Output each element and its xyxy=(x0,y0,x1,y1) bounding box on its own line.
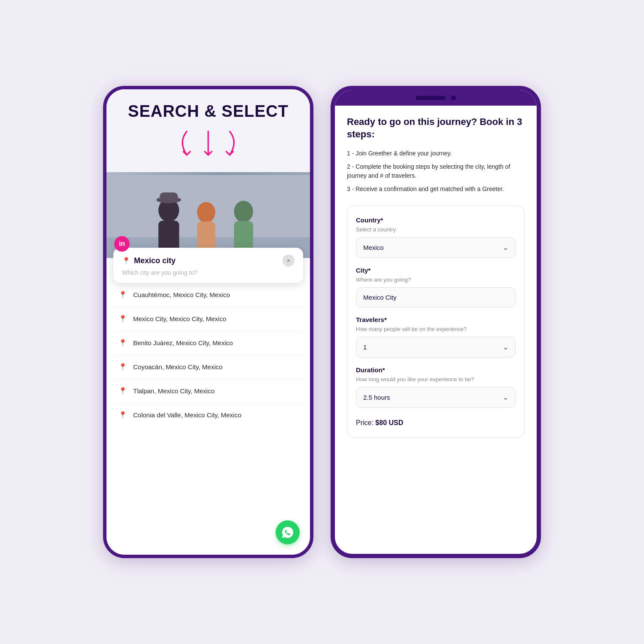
city-label: City* xyxy=(356,267,516,274)
right-phone: Ready to go on this journey? Book in 3 s… xyxy=(331,86,541,558)
notch-speaker xyxy=(416,96,446,100)
duration-sublabel: How long would you like your experience … xyxy=(356,376,516,383)
side-buttons xyxy=(539,176,541,224)
country-group: Country* Select a country Mexico ⌄ xyxy=(356,216,516,258)
pin-icon-0: 📍 xyxy=(118,291,127,299)
list-item[interactable]: 📍 Cuauhtémoc, Mexico City, Mexico xyxy=(113,283,303,307)
svg-point-4 xyxy=(197,202,216,222)
dropdown-item-text-2: Benito Juárez, Mexico City, Mexico xyxy=(133,339,233,346)
search-placeholder[interactable]: Which city are you going to? xyxy=(122,269,197,276)
duration-value: 2.5 hours xyxy=(363,394,390,401)
dropdown-item-text-3: Coyoacán, Mexico City, Mexico xyxy=(133,363,222,371)
chevron-down-icon: ⌄ xyxy=(503,243,508,252)
arrows-icon xyxy=(174,129,243,164)
price-row: Price: $80 USD xyxy=(356,416,516,427)
dropdown-item-text-0: Cuauhtémoc, Mexico City, Mexico xyxy=(133,291,230,298)
step-2: 2 - Complete the booking steps by select… xyxy=(347,162,525,180)
close-button[interactable]: × xyxy=(283,255,295,267)
chevron-down-icon-2: ⌄ xyxy=(503,343,508,351)
svg-point-6 xyxy=(234,201,253,222)
svg-rect-9 xyxy=(160,192,178,200)
search-box: 📍 Mexico city × Which city are you going… xyxy=(113,248,303,283)
duration-group: Duration* How long would you like your e… xyxy=(356,366,516,408)
dropdown-item-text-4: Tlalpan, Mexico City, Mexico xyxy=(133,387,215,395)
arrows-area xyxy=(106,125,310,172)
city-sublabel: Where are you going? xyxy=(356,276,516,283)
step-3: 3 - Receive a confirmation and get match… xyxy=(347,185,525,194)
price-value: $80 USD xyxy=(375,419,403,426)
city-group: City* Where are you going? Mexico City xyxy=(356,267,516,307)
list-item[interactable]: 📍 Coyoacán, Mexico City, Mexico xyxy=(113,355,303,379)
duration-select[interactable]: 2.5 hours ⌄ xyxy=(356,387,516,408)
country-label: Country* xyxy=(356,216,516,224)
step-1: 1 - Join Greether & define your journey. xyxy=(347,149,525,158)
right-content: Ready to go on this journey? Book in 3 s… xyxy=(335,106,537,554)
city-input[interactable]: Mexico City xyxy=(356,287,516,307)
pink-badge: in xyxy=(114,236,130,252)
travelers-sublabel: How many people will be on the experienc… xyxy=(356,326,516,332)
dropdown-item-text-1: Mexico City, Mexico City, Mexico xyxy=(133,315,226,322)
steps-list: 1 - Join Greether & define your journey.… xyxy=(347,149,525,194)
booking-form: Country* Select a country Mexico ⌄ City*… xyxy=(347,206,525,437)
country-select[interactable]: Mexico ⌄ xyxy=(356,237,516,258)
phone-notch xyxy=(335,90,537,106)
whatsapp-icon xyxy=(281,526,294,539)
dropdown-item-text-5: Colonia del Valle, Mexico City, Mexico xyxy=(133,411,241,419)
search-select-header: SEARCH & SELECT xyxy=(106,89,310,125)
list-item[interactable]: 📍 Tlalpan, Mexico City, Mexico xyxy=(113,379,303,403)
side-button-2 xyxy=(539,203,541,224)
list-item[interactable]: 📍 Benito Juárez, Mexico City, Mexico xyxy=(113,331,303,355)
photo-area: in xyxy=(106,172,310,258)
pin-icon-3: 📍 xyxy=(118,363,127,371)
whatsapp-button[interactable] xyxy=(276,520,300,544)
duration-label: Duration* xyxy=(356,366,516,374)
country-value: Mexico xyxy=(363,244,384,251)
left-phone: SEARCH & SELECT xyxy=(103,86,313,558)
travelers-value: 1 xyxy=(363,343,367,351)
price-label: Price: xyxy=(356,419,374,426)
list-item[interactable]: 📍 Colonia del Valle, Mexico City, Mexico xyxy=(113,403,303,427)
pin-icon-4: 📍 xyxy=(118,387,127,395)
booking-title: Ready to go on this journey? Book in 3 s… xyxy=(347,116,525,140)
travelers-label: Travelers* xyxy=(356,316,516,323)
photo-people-svg xyxy=(106,172,310,258)
travelers-select[interactable]: 1 ⌄ xyxy=(356,337,516,358)
list-item[interactable]: 📍 Mexico City, Mexico City, Mexico xyxy=(113,307,303,331)
notch-camera xyxy=(451,95,456,100)
search-select-title: SEARCH & SELECT xyxy=(119,102,297,121)
travelers-group: Travelers* How many people will be on th… xyxy=(356,316,516,358)
country-sublabel: Select a country xyxy=(356,226,516,233)
dropdown-list: 📍 Cuauhtémoc, Mexico City, Mexico 📍 Mexi… xyxy=(106,283,310,555)
pin-icon-5: 📍 xyxy=(118,411,127,419)
pin-icon-1: 📍 xyxy=(118,315,127,323)
location-pin-icon: 📍 xyxy=(122,257,131,265)
search-box-title: Mexico city xyxy=(134,256,176,265)
side-button-1 xyxy=(539,176,541,197)
chevron-down-icon-3: ⌄ xyxy=(503,393,508,401)
pin-icon-2: 📍 xyxy=(118,339,127,347)
